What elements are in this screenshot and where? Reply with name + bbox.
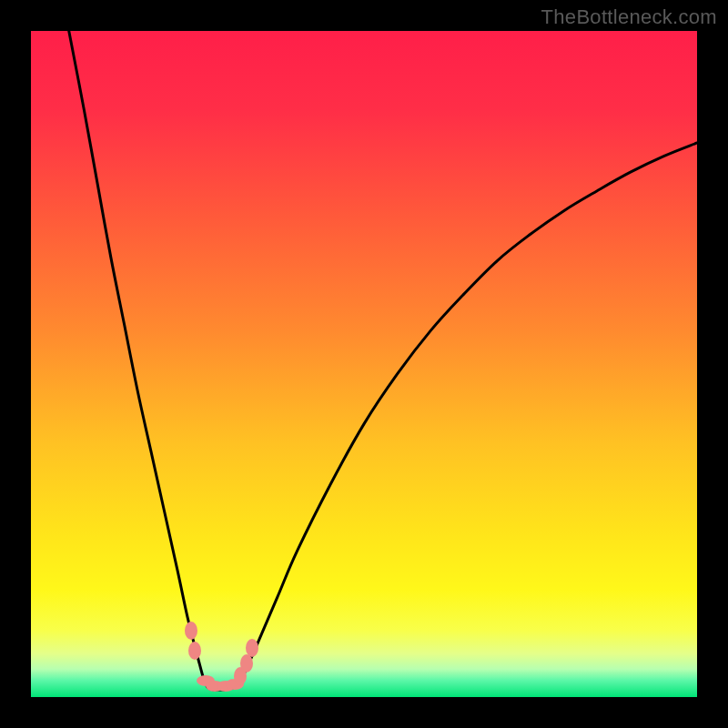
curve-left-branch (69, 31, 207, 687)
marker-bead (185, 622, 197, 640)
watermark-text: TheBottleneck.com (541, 5, 717, 29)
chart-frame: TheBottleneck.com (0, 0, 728, 728)
bottleneck-curve (31, 31, 697, 697)
plot-area (31, 31, 697, 697)
curve-right-branch (236, 143, 697, 686)
marker-bead (188, 642, 201, 660)
marker-bead (246, 639, 258, 657)
marker-bead (240, 654, 253, 672)
